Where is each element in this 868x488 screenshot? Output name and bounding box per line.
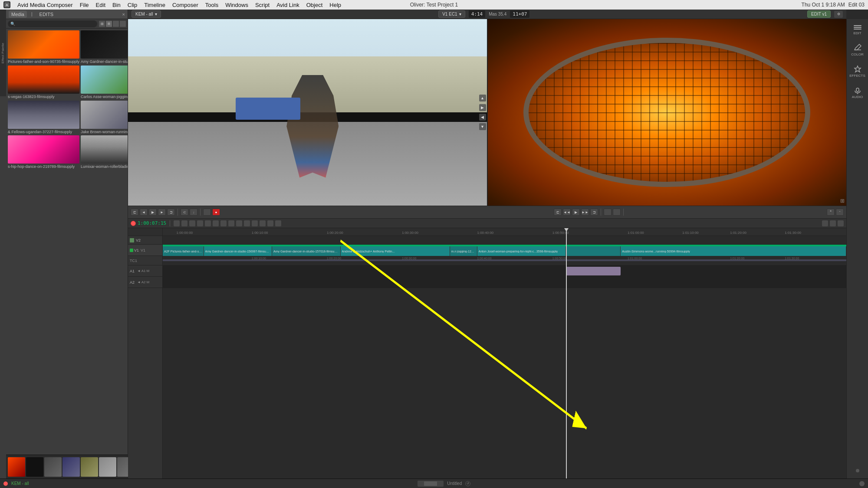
v1-ec1-display[interactable]: V1 EC1 ▾ [438, 10, 465, 18]
tl-tool-4[interactable] [197, 220, 203, 226]
media-item-7[interactable]: Jake Brown-woman-running-in-new-york-209… [81, 101, 128, 134]
edit-number: Edit 03 [848, 2, 865, 8]
record-btn[interactable]: ● [212, 209, 220, 216]
v1-track: A2F Pictures-father-and-son-f Amy Gardne… [163, 245, 846, 256]
wipe-arrow-2[interactable]: ▶ [479, 104, 486, 111]
tl-tool-5[interactable] [205, 220, 211, 226]
media-item-3[interactable]: s-vegas-163823-filmsupply [8, 66, 79, 99]
tl-tool-10[interactable] [244, 220, 250, 226]
search-input-wrapper[interactable]: 🔍 [8, 20, 97, 27]
tl-zoom-out[interactable] [830, 220, 836, 226]
v1-clip-0[interactable]: A2F Pictures-father-and-son-f [163, 246, 204, 256]
v1-clip-label-3: Andrew Q Holzschuh+ Anthony Pellin... [342, 250, 395, 253]
menu-avid-link[interactable]: Avid Link [276, 2, 299, 8]
edit-v1-button[interactable]: EDIT v1 [807, 10, 831, 18]
v1-clip-6[interactable]: Austin-Simmons-wome...running-50994-film… [621, 246, 846, 256]
v1-clip-selected[interactable] [566, 246, 621, 256]
splice-in-btn[interactable]: ⊂ [181, 209, 188, 216]
v1-record-icon [130, 249, 133, 252]
filmstrip-thumb-2[interactable] [44, 457, 62, 477]
progress-inner [424, 481, 437, 486]
btn-misc-1[interactable] [203, 209, 211, 216]
menu-timeline[interactable]: Timeline [144, 2, 165, 8]
status-refresh-btn[interactable]: ↺ [465, 481, 470, 486]
tl-tool-6[interactable] [213, 220, 219, 226]
filmstrip-thumb-3[interactable] [62, 457, 80, 477]
v1-clip-4[interactable]: m.n jogging-12251 [450, 246, 477, 256]
tl-tool-13[interactable] [267, 220, 273, 226]
menu-clip[interactable]: Clip [128, 2, 137, 8]
menu-windows[interactable]: Windows [225, 2, 248, 8]
v1-clip-3[interactable]: Andrew Q Holzschuh+ Anthony Pellin... [341, 246, 450, 256]
menu-script[interactable]: Script [255, 2, 270, 8]
mark-out-btn[interactable]: ⊐ [167, 209, 175, 216]
menu-file[interactable]: File [80, 2, 89, 8]
tl-tool-14[interactable] [275, 220, 281, 226]
filmstrip-thumb-5[interactable] [99, 457, 116, 477]
tl-tool-7[interactable] [220, 220, 227, 226]
menu-object[interactable]: Object [306, 2, 323, 8]
rt-mark-out[interactable]: ⊐ [590, 209, 598, 216]
view-btn-2[interactable]: ⊞ [106, 21, 112, 27]
sidebar-edit-btn[interactable]: EDIT [850, 23, 865, 38]
media-item-1[interactable]: Amy Gardner-dancer-in-studio-156997-film… [81, 30, 128, 64]
rt-btn-add[interactable]: + [827, 209, 835, 216]
rt-play[interactable]: ▶ [572, 209, 580, 216]
sidebar-color-btn[interactable]: COLOR [850, 41, 865, 59]
monitor-settings-btn[interactable]: ⚙ [834, 11, 843, 18]
tl-tool-11[interactable] [252, 220, 258, 226]
rt-step-fwd[interactable]: ►► [581, 209, 589, 216]
tl-tool-8[interactable] [228, 220, 234, 226]
rt-step-back[interactable]: ◄◄ [563, 209, 571, 216]
kem-dropdown[interactable]: KEM - all ▾ [132, 10, 161, 18]
tl-zoom-fit[interactable] [822, 220, 828, 226]
rt-btn-1[interactable]: ⊏ [554, 209, 562, 216]
rt-btn-7[interactable] [613, 209, 621, 216]
view-btn-4[interactable] [120, 21, 126, 27]
panel-close-button[interactable]: × [122, 12, 125, 17]
v1-clip-1[interactable]: Amy Gardner-dancer-in-studio-156997-film… [204, 246, 273, 256]
tl-tool-2[interactable] [181, 220, 187, 226]
filmstrip-thumb-4[interactable] [81, 457, 98, 477]
view-btn-1[interactable]: ▤ [99, 21, 105, 27]
wipe-arrow-3[interactable]: ◀ [479, 114, 486, 121]
overwrite-btn[interactable]: ↓ [190, 209, 197, 216]
step-fwd-btn[interactable]: ► [158, 209, 166, 216]
wipe-arrow-1[interactable]: ▲ [479, 95, 486, 102]
sidebar-effects-btn[interactable]: EFFECTS [850, 62, 865, 80]
rt-btn-6[interactable] [604, 209, 612, 216]
media-item-0[interactable]: Pictures-father-and-son-90735-filmsupply [8, 30, 79, 64]
media-item-6[interactable]: & Fellows-ugandan-37227-filmsupply [8, 101, 79, 134]
menu-edit[interactable]: Edit [96, 2, 105, 8]
filmstrip-thumb-1[interactable] [26, 457, 43, 477]
tl-tool-1[interactable] [174, 220, 180, 226]
view-btn-3[interactable] [113, 21, 119, 27]
menu-composer[interactable]: Composer [172, 2, 198, 8]
media-item-9[interactable]: s-hip-hop-dance-on-219789-filmsupply [8, 135, 79, 169]
timeline-toolbar: 1:00:07:15 [128, 219, 846, 228]
tab-media[interactable]: Media [9, 11, 27, 18]
mark-in-btn[interactable]: ⊏ [131, 209, 138, 216]
tab-edits[interactable]: EDITS [37, 11, 56, 18]
tl-tool-3[interactable] [189, 220, 195, 226]
step-back-btn[interactable]: ◄ [140, 209, 148, 216]
v1-clip-2[interactable]: Amy Gardner-dancer-in-studio-157018-film… [272, 246, 341, 256]
media-item-4[interactable]: Carlos Asse-woman-jogging-183413-filmsup… [81, 66, 128, 99]
rt-btn-remove[interactable]: - [836, 209, 844, 216]
a1-label-text: A1 [130, 269, 135, 273]
sidebar-audio-btn[interactable]: AUDIO [850, 84, 865, 102]
menu-avid[interactable]: Avid Media Composer [17, 2, 73, 8]
menu-bin[interactable]: Bin [112, 2, 121, 8]
play-btn[interactable]: ▶ [149, 209, 157, 216]
tl-tool-9[interactable] [236, 220, 242, 226]
tl-record-dot [131, 221, 136, 226]
menu-tools[interactable]: Tools [205, 2, 218, 8]
tc1-label-text: TC1 [130, 259, 137, 263]
v1-clip-5[interactable]: Anton Josef-woman-preparing-for-night-c.… [477, 246, 566, 256]
menu-help[interactable]: Help [329, 2, 341, 8]
tl-zoom-in[interactable] [838, 220, 844, 226]
filmstrip-thumb-0[interactable] [8, 457, 25, 477]
media-item-10[interactable]: Lumixar-woman-rollerblading-around-films… [81, 135, 128, 169]
tl-tool-12[interactable] [260, 220, 266, 226]
wipe-arrow-4[interactable]: ▼ [479, 123, 486, 130]
